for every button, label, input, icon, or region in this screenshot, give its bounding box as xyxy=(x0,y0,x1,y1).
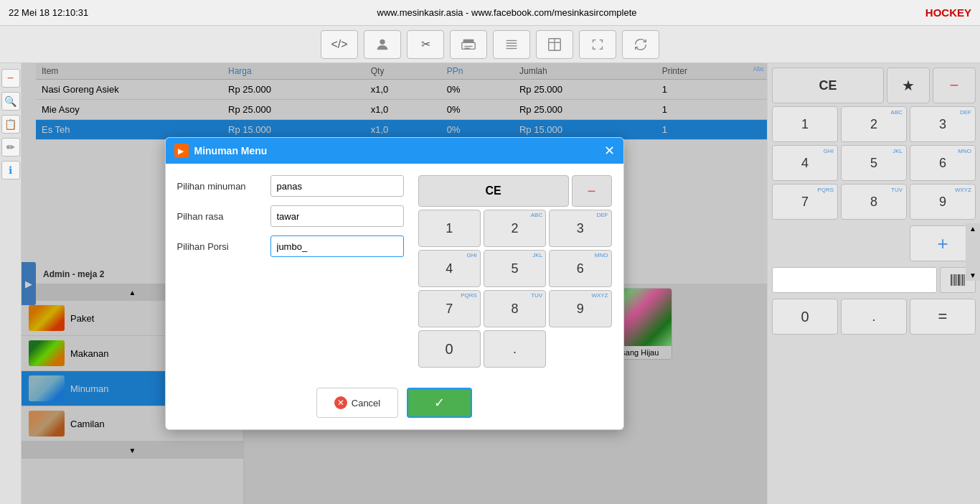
main-layout: − 🔍 📋 ✏ ℹ ▶ Item Harga Qty PPn Jumlah xyxy=(0,63,980,504)
datetime: 22 Mei 18 12:10:31 xyxy=(9,7,88,18)
modal-key-2[interactable]: 2ABC xyxy=(484,210,546,247)
svg-rect-18 xyxy=(958,274,960,286)
modal-header: ▶ Minuman Menu ✕ xyxy=(166,138,623,164)
numpad-dot-btn[interactable]: . xyxy=(841,299,907,335)
numpad-equals-btn[interactable]: = xyxy=(910,299,976,335)
modal-key-6[interactable]: 6MNO xyxy=(549,250,611,287)
modal-label-2: Pilihan Porsi xyxy=(177,241,263,252)
modal-ce-btn[interactable]: CE xyxy=(418,175,569,207)
user-btn[interactable] xyxy=(364,30,401,59)
list-btn[interactable] xyxy=(493,30,530,59)
modal-key-dot[interactable]: . xyxy=(484,330,546,368)
scroll-up-icon[interactable]: ▲ xyxy=(969,225,976,233)
pilihan-minuman-input[interactable] xyxy=(270,175,404,197)
left-sidebar: − 🔍 📋 ✏ ℹ xyxy=(0,63,22,504)
refresh-btn[interactable] xyxy=(622,30,659,59)
svg-rect-20 xyxy=(962,274,963,286)
modal-key-7[interactable]: 7PQRS xyxy=(418,290,481,327)
code-btn[interactable]: </> xyxy=(321,30,358,59)
logo: HOCKEY xyxy=(925,6,971,19)
numpad-ce-btn[interactable]: CE xyxy=(772,67,884,103)
modal-key-1[interactable]: 1 xyxy=(418,210,481,247)
modal-numpad-grid: 12ABC3DEF4GHI5JKL6MNO7PQRS8TUV9WXYZ0. xyxy=(418,210,612,368)
pilihan-porsi-input[interactable] xyxy=(270,235,404,257)
modal-title: Minuman Menu xyxy=(194,145,268,157)
numpad-display-row xyxy=(772,267,976,293)
svg-rect-4 xyxy=(465,47,470,48)
numpad-minus-btn[interactable]: − xyxy=(933,67,976,103)
numpad-1-btn[interactable]: 1 xyxy=(772,106,838,142)
modal-key-9[interactable]: 9WXYZ xyxy=(549,290,611,327)
modal-numpad-top: CE − xyxy=(418,175,612,207)
numpad-0-btn[interactable]: 0 xyxy=(772,299,838,335)
svg-rect-16 xyxy=(954,274,956,286)
scroll-down-icon[interactable]: ▼ xyxy=(969,271,976,279)
numpad-display xyxy=(772,267,937,293)
edit-btn[interactable]: ✏ xyxy=(1,138,20,157)
numpad-bottom-keys: 0 . = xyxy=(772,299,976,335)
modal-minus-btn[interactable]: − xyxy=(572,175,612,207)
numpad-special-row: + xyxy=(772,225,976,261)
info-btn[interactable]: ℹ xyxy=(1,161,20,179)
right-scroll: ▲ ▼ xyxy=(966,223,980,281)
numpad-top-row: CE ★ − xyxy=(772,67,976,103)
modal-form: Pilihan minuman Pilhan rasa Pilihan Pors… xyxy=(177,175,404,368)
numpad-star-btn[interactable]: ★ xyxy=(887,67,930,103)
modal-icon: ▶ xyxy=(174,144,189,158)
scissors-btn[interactable]: ✂ xyxy=(407,30,444,59)
search-btn[interactable]: 🔍 xyxy=(1,92,20,111)
modal-form-row-0: Pilihan minuman xyxy=(177,175,404,197)
modal-key-8[interactable]: 8TUV xyxy=(484,290,546,327)
numpad-area: CE ★ − 12ABC3DEF4GHI5JKL6MNO7PQRS8TUV9WX… xyxy=(768,63,980,504)
svg-text:▶: ▶ xyxy=(178,147,184,155)
svg-rect-19 xyxy=(961,274,961,286)
numpad-9-btn[interactable]: 9WXYZ xyxy=(910,184,976,220)
copy-btn[interactable]: 📋 xyxy=(1,115,20,134)
ok-check-icon: ✓ xyxy=(434,395,445,411)
modal-key-3[interactable]: 3DEF xyxy=(549,210,611,247)
modal-key-4[interactable]: 4GHI xyxy=(418,250,481,287)
svg-rect-3 xyxy=(465,45,473,46)
modal-body: Pilihan minuman Pilhan rasa Pilihan Pors… xyxy=(166,164,623,379)
toolbar: </> ✂ xyxy=(0,26,980,63)
numpad-7-btn[interactable]: 7PQRS xyxy=(772,184,838,220)
modal-form-row-2: Pilihan Porsi Abc xyxy=(177,235,404,257)
cancel-icon: ✕ xyxy=(334,396,347,409)
svg-rect-17 xyxy=(956,274,957,286)
modal-key-0[interactable]: 0 xyxy=(418,330,481,368)
order-area: ▶ Item Harga Qty PPn Jumlah Printer xyxy=(22,63,768,504)
svg-rect-21 xyxy=(964,274,965,286)
modal-cancel-btn[interactable]: ✕ Cancel xyxy=(316,388,398,418)
modal-numpad: CE − 12ABC3DEF4GHI5JKL6MNO7PQRS8TUV9WXYZ… xyxy=(418,175,612,368)
modal-close-btn[interactable]: ✕ xyxy=(604,144,615,157)
svg-rect-14 xyxy=(951,274,952,286)
print-btn[interactable] xyxy=(450,30,487,59)
modal: ▶ Minuman Menu ✕ Pilihan minuman Pilhan … xyxy=(165,137,624,430)
modal-footer: ✕ Cancel ✓ xyxy=(166,379,623,429)
cancel-label: Cancel xyxy=(352,398,380,409)
table-btn[interactable] xyxy=(536,30,573,59)
numpad-4-btn[interactable]: 4GHI xyxy=(772,145,838,181)
modal-ok-btn[interactable]: ✓ xyxy=(407,388,472,418)
numpad-5-btn[interactable]: 5JKL xyxy=(841,145,907,181)
modal-key-5[interactable]: 5JKL xyxy=(484,250,546,287)
expand-btn[interactable] xyxy=(579,30,616,59)
modal-label-1: Pilhan rasa xyxy=(177,211,263,222)
header-url: www.mesinkasir.asia - www.facebook.com/m… xyxy=(377,7,637,18)
modal-overlay: ▶ Minuman Menu ✕ Pilihan minuman Pilhan … xyxy=(22,63,767,504)
remove-btn[interactable]: − xyxy=(1,69,20,88)
modal-form-row-1: Pilhan rasa xyxy=(177,205,404,227)
svg-rect-15 xyxy=(953,274,953,286)
header-bar: 22 Mei 18 12:10:31 www.mesinkasir.asia -… xyxy=(0,0,980,26)
pilihan-rasa-input[interactable] xyxy=(270,205,404,227)
numpad-grid: 12ABC3DEF4GHI5JKL6MNO7PQRS8TUV9WXYZ xyxy=(772,106,976,220)
modal-label-0: Pilihan minuman xyxy=(177,181,263,192)
numpad-2-btn[interactable]: 2ABC xyxy=(841,106,907,142)
svg-point-0 xyxy=(380,39,385,44)
numpad-6-btn[interactable]: 6MNO xyxy=(910,145,976,181)
numpad-3-btn[interactable]: 3DEF xyxy=(910,106,976,142)
numpad-8-btn[interactable]: 8TUV xyxy=(841,184,907,220)
